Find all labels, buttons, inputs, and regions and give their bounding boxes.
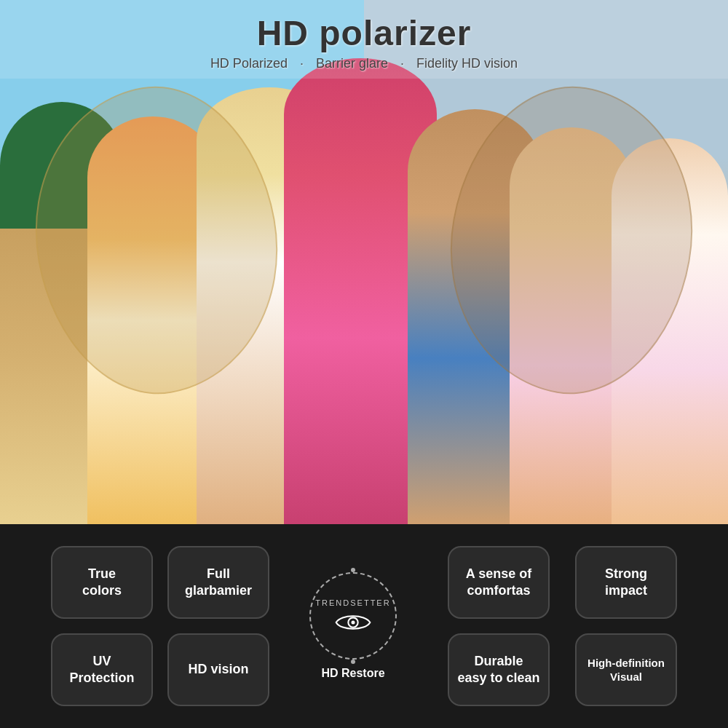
eye-icon: [335, 612, 371, 633]
dot-1: ·: [300, 56, 304, 71]
trendsetter-brand: TRENDSETTER: [315, 598, 390, 607]
svg-point-1: [352, 621, 355, 625]
page-wrapper: HD polarizer HD Polarized · Barrier glar…: [0, 0, 728, 728]
subtitle: HD Polarized · Barrier glare · Fidelity …: [0, 56, 728, 71]
trendsetter-ring: TRENDSETTER: [309, 572, 397, 660]
feature-true-colors: True colors: [51, 546, 153, 619]
subtitle-part-3: Fidelity HD vision: [416, 56, 518, 71]
image-section: HD polarizer HD Polarized · Barrier glar…: [0, 0, 728, 524]
page-title: HD polarizer: [0, 13, 728, 53]
feature-uv-protection: UV Protection: [51, 633, 153, 706]
subtitle-part-1: HD Polarized: [210, 56, 288, 71]
features-grid: True colors Full glarbamier TRENDSETTER …: [47, 542, 681, 710]
dot-2: ·: [400, 56, 404, 71]
feature-hd-vision: HD vision: [167, 633, 269, 706]
feature-sense-comfort: A sense of comfortas: [448, 546, 550, 619]
hd-restore-label: HD Restore: [321, 667, 384, 680]
trendsetter-center: TRENDSETTER HD Restore: [284, 546, 422, 706]
info-section: True colors Full glarbamier TRENDSETTER …: [0, 524, 728, 728]
feature-durable-clean: Durable easy to clean: [448, 633, 550, 706]
feature-full-glarbamier: Full glarbamier: [167, 546, 269, 619]
subtitle-part-2: Barrier glare: [316, 56, 388, 71]
feature-strong-impact: Strong impact: [575, 546, 677, 619]
header-overlay: HD polarizer HD Polarized · Barrier glar…: [0, 0, 728, 79]
feature-hd-visual: High-definition Visual: [575, 633, 677, 706]
